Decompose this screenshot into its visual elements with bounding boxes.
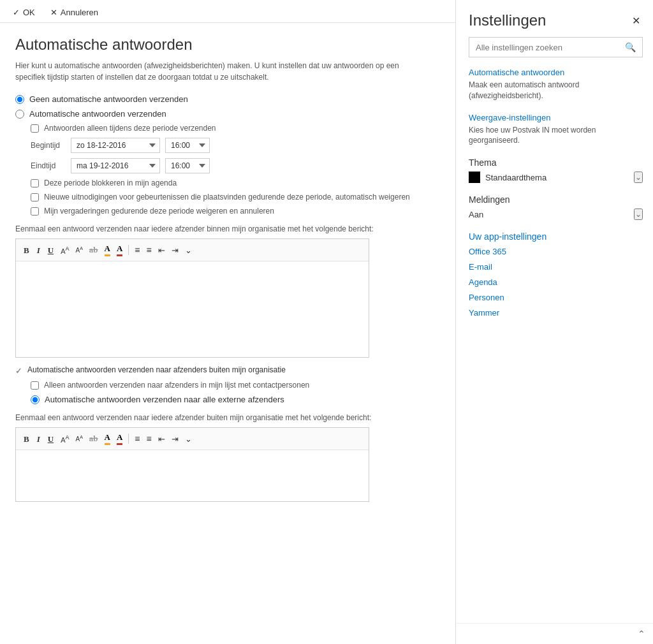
font-color-button-1[interactable]: A: [103, 243, 112, 257]
app-link-office365[interactable]: Office 365: [469, 247, 643, 256]
page-title: Automatische antwoorden: [15, 36, 440, 54]
divider-2: [128, 434, 129, 444]
theme-swatch: [469, 172, 480, 183]
app-link-yammer[interactable]: Yammer: [469, 308, 643, 318]
radio-group: Geen automatische antwoorden verzenden A…: [15, 94, 440, 119]
settings-scroll: Automatische antwoorden Maak een automat…: [456, 68, 653, 623]
theme-row: Standaardthema ⌄: [469, 172, 643, 183]
settings-header: Instellingen ✕: [456, 0, 653, 37]
toolbar: ✓ OK ✕ Annuleren: [0, 0, 455, 23]
settings-auto-reply: Automatische antwoorden Maak een automat…: [469, 68, 643, 101]
external-indent-block: Alleen antwoorden verzenden naar afzende…: [31, 381, 440, 404]
begin-label: Begintijd: [31, 141, 66, 150]
end-time-select[interactable]: 16:00: [165, 158, 210, 173]
indent-decrease-button-1[interactable]: ⇤: [156, 245, 167, 256]
settings-close-button[interactable]: ✕: [629, 12, 643, 29]
display-settings-desc: Kies hoe uw Postvak IN moet worden georg…: [469, 125, 643, 147]
checkmark-icon: ✓: [13, 8, 20, 17]
numbered-list-button-2[interactable]: ≡: [145, 433, 154, 444]
radio-no-auto-label: Geen automatische antwoorden verzenden: [29, 94, 188, 104]
main-panel: ✓ OK ✕ Annuleren Automatische antwoorden…: [0, 0, 455, 644]
bold-button-2[interactable]: B: [21, 434, 32, 444]
indent-increase-button-1[interactable]: ⇥: [170, 245, 180, 256]
search-icon[interactable]: 🔍: [619, 38, 642, 57]
fontsize-small-1[interactable]: AA: [73, 245, 84, 255]
app-settings-title: Uw app-instellingen: [469, 231, 643, 242]
strikethrough-button-1[interactable]: ab: [87, 244, 100, 256]
underline-button-1[interactable]: U: [45, 245, 56, 256]
italic-button-1[interactable]: I: [34, 245, 43, 256]
editor-toolbar-2: B I U AA AA ab A A ≡ ≡ ⇤ ⇥ ⌄: [16, 428, 369, 450]
block-calendar-row: Deze periode blokkeren in mijn agenda: [31, 179, 440, 187]
end-date-select[interactable]: ma 19-12-2016: [71, 158, 160, 173]
begin-date-select[interactable]: zo 18-12-2016: [71, 138, 160, 153]
cancel-meetings-checkbox[interactable]: [31, 207, 39, 216]
decline-invitations-checkbox[interactable]: [31, 193, 39, 201]
close-icon: ✕: [50, 8, 57, 17]
ok-button[interactable]: ✓ OK: [13, 8, 35, 17]
italic-button-2[interactable]: I: [34, 434, 43, 444]
internal-editor-content[interactable]: [16, 261, 369, 357]
auto-reply-desc: Maak een automatisch antwoord (afwezighe…: [469, 80, 643, 101]
all-external-label: Automatische antwoorden verzenden naar a…: [45, 395, 284, 404]
font-color-button-2[interactable]: A: [103, 432, 112, 446]
cancel-meetings-label: Mijn vergaderingen gedurende deze period…: [44, 207, 274, 216]
block-calendar-checkbox[interactable]: [31, 179, 39, 187]
checkmark-external-icon: ✓: [15, 366, 22, 376]
ok-label: OK: [23, 8, 35, 17]
theme-inner: Standaardthema: [469, 172, 547, 183]
radio-no-auto-input[interactable]: [15, 95, 24, 104]
numbered-list-button-1[interactable]: ≡: [145, 244, 154, 256]
app-links: Office 365 E-mail Agenda Personen Yammer: [469, 247, 643, 320]
bullet-list-button-2[interactable]: ≡: [133, 433, 142, 444]
theme-chevron-button[interactable]: ⌄: [634, 172, 643, 183]
collapse-button[interactable]: ⌃: [638, 629, 645, 639]
settings-app: Uw app-instellingen Office 365 E-mail Ag…: [469, 231, 643, 320]
block-calendar-label: Deze periode blokkeren in mijn agenda: [44, 179, 177, 187]
more-button-1[interactable]: ⌄: [183, 245, 194, 256]
radio-auto-input[interactable]: [15, 110, 24, 119]
begin-time-select[interactable]: 16:00: [165, 138, 210, 153]
strikethrough-button-2[interactable]: ab: [87, 432, 100, 445]
period-checkbox[interactable]: [31, 124, 39, 133]
indent-increase-button-2[interactable]: ⇥: [170, 434, 180, 444]
description: Hier kunt u automatische antwoorden (afw…: [15, 60, 411, 83]
cancel-label: Annuleren: [61, 8, 98, 17]
contacts-only-checkbox[interactable]: [31, 381, 39, 390]
period-checkbox-label: Antwoorden alleen tijdens deze periode v…: [44, 124, 216, 133]
theme-title: Thema: [469, 157, 643, 168]
editor-toolbar-1: B I U AA AA ab A A ≡ ≡ ⇤ ⇥ ⌄: [16, 239, 369, 261]
fontsize-large-2[interactable]: AA: [59, 433, 71, 445]
app-link-personen[interactable]: Personen: [469, 293, 643, 302]
external-checkbox-row: ✓ Automatische antwoorden verzenden naar…: [15, 365, 440, 376]
indent-decrease-button-2[interactable]: ⇤: [156, 434, 167, 444]
indent-block: Antwoorden alleen tijdens deze periode v…: [31, 124, 440, 216]
all-external-radio[interactable]: [31, 395, 40, 404]
contacts-only-row: Alleen antwoorden verzenden naar afzende…: [31, 381, 440, 390]
app-link-email[interactable]: E-mail: [469, 262, 643, 272]
search-input[interactable]: [469, 38, 619, 57]
external-editor-content[interactable]: [16, 450, 369, 501]
more-button-2[interactable]: ⌄: [183, 434, 194, 444]
bold-button-1[interactable]: B: [21, 245, 32, 256]
bullet-list-button-1[interactable]: ≡: [133, 244, 142, 256]
cancel-button[interactable]: ✕ Annuleren: [50, 8, 98, 17]
font-highlight-button-1[interactable]: A: [115, 243, 124, 257]
auto-reply-link[interactable]: Automatische antwoorden: [469, 68, 643, 77]
underline-button-2[interactable]: U: [45, 434, 56, 444]
radio-auto: Automatische antwoorden verzenden: [15, 109, 440, 119]
settings-footer: ⌃: [456, 623, 653, 644]
end-time-row: Eindtijd ma 19-12-2016 16:00: [31, 158, 440, 173]
app-link-agenda[interactable]: Agenda: [469, 277, 643, 287]
settings-panel: Instellingen ✕ 🔍 Automatische antwoorden…: [455, 0, 653, 644]
settings-theme: Thema Standaardthema ⌄: [469, 157, 643, 183]
external-editor: B I U AA AA ab A A ≡ ≡ ⇤ ⇥ ⌄: [15, 427, 369, 502]
notifications-chevron-button[interactable]: ⌄: [634, 209, 643, 220]
internal-editor: B I U AA AA ab A A ≡ ≡ ⇤ ⇥ ⌄: [15, 238, 369, 358]
decline-invitations-row: Nieuwe uitnodigingen voor gebeurtenissen…: [31, 193, 440, 201]
fontsize-large-1[interactable]: AA: [59, 244, 71, 256]
display-settings-link[interactable]: Weergave-instellingen: [469, 113, 643, 122]
radio-no-auto: Geen automatische antwoorden verzenden: [15, 94, 440, 104]
fontsize-small-2[interactable]: AA: [73, 434, 84, 444]
font-highlight-button-2[interactable]: A: [115, 432, 124, 446]
